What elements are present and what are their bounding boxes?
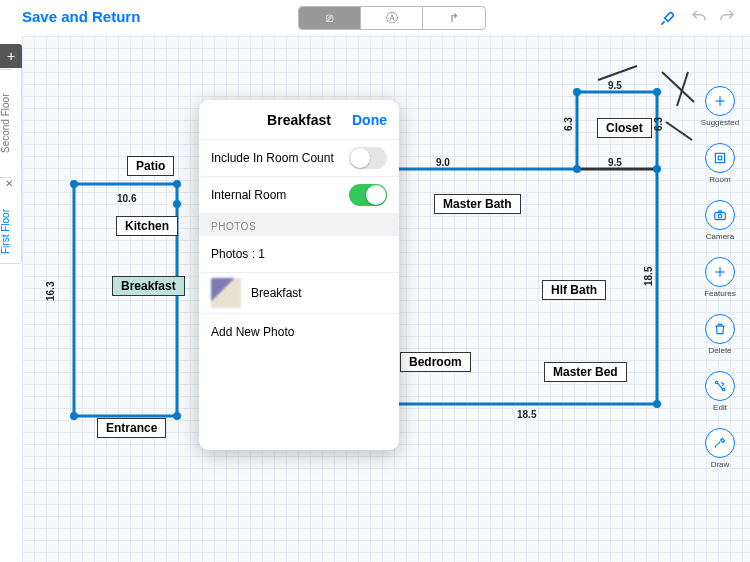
svg-point-5: [70, 412, 78, 420]
svg-point-16: [573, 88, 581, 96]
draw-label: Draw: [711, 460, 730, 469]
edit-button[interactable]: [705, 371, 735, 401]
floor-tabs: Second Floor First Floor: [0, 44, 22, 264]
seg-sketch[interactable]: ⎚: [299, 7, 361, 29]
svg-line-23: [662, 72, 694, 102]
view-mode-segmented[interactable]: ⎚ Ⓐ ↱: [298, 6, 486, 30]
internal-room-label: Internal Room: [211, 188, 286, 202]
svg-text:9.0: 9.0: [436, 157, 450, 168]
popup-title: Breakfast: [267, 112, 331, 128]
room-properties-popup: Breakfast Done Include In Room Count Int…: [199, 100, 399, 450]
svg-rect-39: [715, 213, 726, 220]
photos-count: Photos : 1: [211, 247, 265, 261]
camera-button[interactable]: [705, 200, 735, 230]
svg-point-3: [173, 180, 181, 188]
svg-line-24: [677, 72, 688, 106]
room-masterbed[interactable]: Master Bed: [544, 362, 627, 382]
floor-tab-first[interactable]: First Floor: [0, 177, 11, 285]
photos-section-header: PHOTOS: [199, 213, 399, 236]
room-breakfast[interactable]: Breakfast: [112, 276, 185, 296]
svg-point-6: [173, 412, 181, 420]
camera-label: Camera: [706, 232, 734, 241]
delete-button[interactable]: [705, 314, 735, 344]
add-floor-button[interactable]: +: [0, 44, 22, 68]
suggested-button[interactable]: [705, 86, 735, 116]
room-kitchen[interactable]: Kitchen: [116, 216, 178, 236]
svg-text:9.5: 9.5: [608, 80, 622, 91]
photo-name: Breakfast: [251, 286, 302, 300]
close-floor-icon[interactable]: ✕: [5, 178, 13, 189]
floor-tab-second[interactable]: Second Floor: [0, 69, 11, 177]
svg-text:18.5: 18.5: [643, 266, 654, 286]
svg-point-2: [70, 180, 78, 188]
room-entrance[interactable]: Entrance: [97, 418, 166, 438]
svg-point-19: [653, 165, 661, 173]
room-hlfbath[interactable]: Hlf Bath: [542, 280, 606, 300]
room-button[interactable]: [705, 143, 735, 173]
svg-point-17: [653, 88, 661, 96]
undo-icon[interactable]: [688, 6, 710, 28]
svg-point-4: [173, 200, 181, 208]
svg-text:6.3: 6.3: [653, 117, 664, 131]
svg-text:18.5: 18.5: [517, 409, 537, 420]
svg-rect-37: [715, 153, 724, 162]
svg-line-22: [598, 66, 637, 80]
room-label: Room: [709, 175, 730, 184]
svg-rect-38: [718, 156, 722, 160]
suggested-label: Suggested: [701, 118, 739, 127]
room-masterbath[interactable]: Master Bath: [434, 194, 521, 214]
seg-ortho[interactable]: ↱: [423, 7, 485, 29]
svg-point-43: [715, 381, 717, 383]
features-button[interactable]: [705, 257, 735, 287]
redo-icon[interactable]: [716, 6, 738, 28]
photo-thumbnail: [211, 278, 241, 308]
svg-line-25: [666, 122, 692, 140]
settings-icon[interactable]: [656, 6, 680, 30]
popup-done-button[interactable]: Done: [352, 112, 387, 128]
svg-point-21: [653, 400, 661, 408]
draw-button[interactable]: [705, 428, 735, 458]
add-photo-button[interactable]: Add New Photo: [199, 314, 399, 350]
tool-column: Suggested Room Camera Features Delete Ed…: [698, 86, 742, 469]
room-patio[interactable]: Patio: [127, 156, 174, 176]
photo-row[interactable]: Breakfast: [199, 273, 399, 313]
svg-text:10.6: 10.6: [117, 193, 137, 204]
room-bedroom[interactable]: Bedroom: [400, 352, 471, 372]
include-count-toggle[interactable]: [349, 147, 387, 169]
delete-label: Delete: [708, 346, 731, 355]
svg-point-44: [722, 388, 724, 390]
svg-point-18: [573, 165, 581, 173]
save-return-link[interactable]: Save and Return: [22, 8, 140, 25]
internal-room-toggle[interactable]: [349, 184, 387, 206]
features-label: Features: [704, 289, 736, 298]
svg-point-40: [718, 214, 722, 218]
include-count-label: Include In Room Count: [211, 151, 334, 165]
svg-text:16.3: 16.3: [45, 281, 56, 301]
room-closet[interactable]: Closet: [597, 118, 652, 138]
svg-text:6.3: 6.3: [563, 117, 574, 131]
seg-annotate[interactable]: Ⓐ: [361, 7, 423, 29]
svg-text:9.5: 9.5: [608, 157, 622, 168]
edit-label: Edit: [713, 403, 727, 412]
